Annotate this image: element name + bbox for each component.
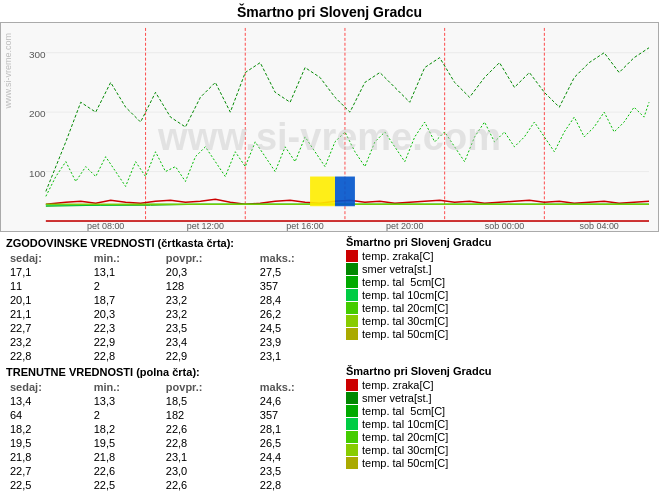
legend-label-6: temp. tal 30cm[C]: [362, 315, 448, 327]
current-layout: TRENUTNE VREDNOSTI (polna črta): sedaj: …: [6, 363, 653, 492]
table-row: 22,722,623,023,5: [6, 464, 346, 478]
table-row: 17,113,120,327,5: [6, 265, 346, 279]
current-legend: Šmartno pri Slovenj Gradcu temp. zraka[C…: [346, 363, 653, 492]
curr-legend-label-4: temp. tal 10cm[C]: [362, 418, 448, 430]
svg-text:200: 200: [29, 108, 46, 119]
curr-legend-label-7: temp. tal 50cm[C]: [362, 457, 448, 469]
table-row: 19,519,522,826,5: [6, 436, 346, 450]
svg-rect-21: [335, 177, 355, 207]
svg-rect-20: [310, 177, 335, 207]
page-container: Šmartno pri Slovenj Gradcu www.si-vreme.…: [0, 0, 659, 500]
page-title: Šmartno pri Slovenj Gradcu: [0, 0, 659, 22]
table-header-row-curr: sedaj: min.: povpr.: maks.:: [6, 380, 346, 394]
col-maks-hist: maks.:: [256, 251, 346, 265]
curr-legend-item-4: temp. tal 10cm[C]: [346, 418, 653, 430]
historical-legend-title: Šmartno pri Slovenj Gradcu: [346, 236, 653, 248]
table-row: 642182357: [6, 408, 346, 422]
table-row: 22,522,522,622,8: [6, 478, 346, 492]
table-header-row: sedaj: min.: povpr.: maks.:: [6, 251, 346, 265]
table-row: 112128357: [6, 279, 346, 293]
legend-item-5: temp. tal 20cm[C]: [346, 302, 653, 314]
legend-color-3: [346, 276, 358, 288]
curr-legend-color-2: [346, 392, 358, 404]
table-row: 22,722,323,524,5: [6, 321, 346, 335]
historical-legend: Šmartno pri Slovenj Gradcu temp. zraka[C…: [346, 234, 653, 363]
curr-legend-color-1: [346, 379, 358, 391]
current-left: TRENUTNE VREDNOSTI (polna črta): sedaj: …: [6, 363, 346, 492]
curr-legend-color-7: [346, 457, 358, 469]
curr-legend-color-5: [346, 431, 358, 443]
table-row: 22,822,822,923,1: [6, 349, 346, 363]
curr-legend-label-5: temp. tal 20cm[C]: [362, 431, 448, 443]
col-povpr-curr: povpr.:: [162, 380, 256, 394]
legend-item-3: temp. tal 5cm[C]: [346, 276, 653, 288]
legend-color-1: [346, 250, 358, 262]
table-row: 20,118,723,228,4: [6, 293, 346, 307]
current-header: TRENUTNE VREDNOSTI (polna črta):: [6, 366, 346, 378]
curr-legend-item-6: temp. tal 30cm[C]: [346, 444, 653, 456]
table-row: 21,120,323,226,2: [6, 307, 346, 321]
historical-header: ZGODOVINSKE VREDNOSTI (črtkasta črta):: [6, 237, 346, 249]
chart-svg: 300 200 100 pet 08:00 pet 12:00 pet 16:0…: [1, 23, 658, 231]
historical-left: ZGODOVINSKE VREDNOSTI (črtkasta črta): s…: [6, 234, 346, 363]
col-sedaj-hist: sedaj:: [6, 251, 90, 265]
curr-legend-color-4: [346, 418, 358, 430]
curr-legend-item-5: temp. tal 20cm[C]: [346, 431, 653, 443]
curr-legend-label-2: smer vetra[st.]: [362, 392, 432, 404]
curr-legend-item-1: temp. zraka[C]: [346, 379, 653, 391]
legend-label-3: temp. tal 5cm[C]: [362, 276, 445, 288]
col-min-hist: min.:: [90, 251, 162, 265]
watermark-side: www.si-vreme.com: [3, 33, 13, 109]
table-row: 23,222,923,423,9: [6, 335, 346, 349]
legend-item-6: temp. tal 30cm[C]: [346, 315, 653, 327]
svg-text:pet 08:00: pet 08:00: [87, 221, 124, 231]
legend-label-1: temp. zraka[C]: [362, 250, 434, 262]
curr-legend-label-6: temp. tal 30cm[C]: [362, 444, 448, 456]
legend-color-2: [346, 263, 358, 275]
chart-area: www.si-vreme.com www.si-vreme.com 300 20…: [0, 22, 659, 232]
col-sedaj-curr: sedaj:: [6, 380, 90, 394]
historical-table: sedaj: min.: povpr.: maks.: 17,113,120,3…: [6, 251, 346, 363]
svg-text:sob 00:00: sob 00:00: [485, 221, 524, 231]
svg-text:pet 16:00: pet 16:00: [286, 221, 323, 231]
historical-layout: ZGODOVINSKE VREDNOSTI (črtkasta črta): s…: [6, 234, 653, 363]
svg-text:300: 300: [29, 49, 46, 60]
legend-item-1: temp. zraka[C]: [346, 250, 653, 262]
curr-legend-item-7: temp. tal 50cm[C]: [346, 457, 653, 469]
legend-color-5: [346, 302, 358, 314]
col-povpr-hist: povpr.:: [162, 251, 256, 265]
col-maks-curr: maks.:: [256, 380, 346, 394]
curr-legend-item-3: temp. tal 5cm[C]: [346, 405, 653, 417]
curr-legend-color-6: [346, 444, 358, 456]
table-row: 21,821,823,124,4: [6, 450, 346, 464]
legend-label-2: smer vetra[st.]: [362, 263, 432, 275]
current-legend-title: Šmartno pri Slovenj Gradcu: [346, 365, 653, 377]
table-row: 18,218,222,628,1: [6, 422, 346, 436]
curr-legend-item-2: smer vetra[st.]: [346, 392, 653, 404]
curr-legend-label-3: temp. tal 5cm[C]: [362, 405, 445, 417]
col-min-curr: min.:: [90, 380, 162, 394]
legend-color-7: [346, 328, 358, 340]
legend-item-4: temp. tal 10cm[C]: [346, 289, 653, 301]
legend-item-2: smer vetra[st.]: [346, 263, 653, 275]
svg-text:100: 100: [29, 168, 46, 179]
table-row: 13,413,318,524,6: [6, 394, 346, 408]
legend-item-7: temp. tal 50cm[C]: [346, 328, 653, 340]
current-table: sedaj: min.: povpr.: maks.: 13,413,318,5…: [6, 380, 346, 492]
legend-color-4: [346, 289, 358, 301]
legend-label-5: temp. tal 20cm[C]: [362, 302, 448, 314]
legend-label-4: temp. tal 10cm[C]: [362, 289, 448, 301]
svg-text:sob 04:00: sob 04:00: [579, 221, 618, 231]
legend-label-7: temp. tal 50cm[C]: [362, 328, 448, 340]
legend-color-6: [346, 315, 358, 327]
svg-text:pet 12:00: pet 12:00: [187, 221, 224, 231]
data-section: ZGODOVINSKE VREDNOSTI (črtkasta črta): s…: [0, 232, 659, 494]
svg-text:pet 20:00: pet 20:00: [386, 221, 423, 231]
curr-legend-color-3: [346, 405, 358, 417]
curr-legend-label-1: temp. zraka[C]: [362, 379, 434, 391]
